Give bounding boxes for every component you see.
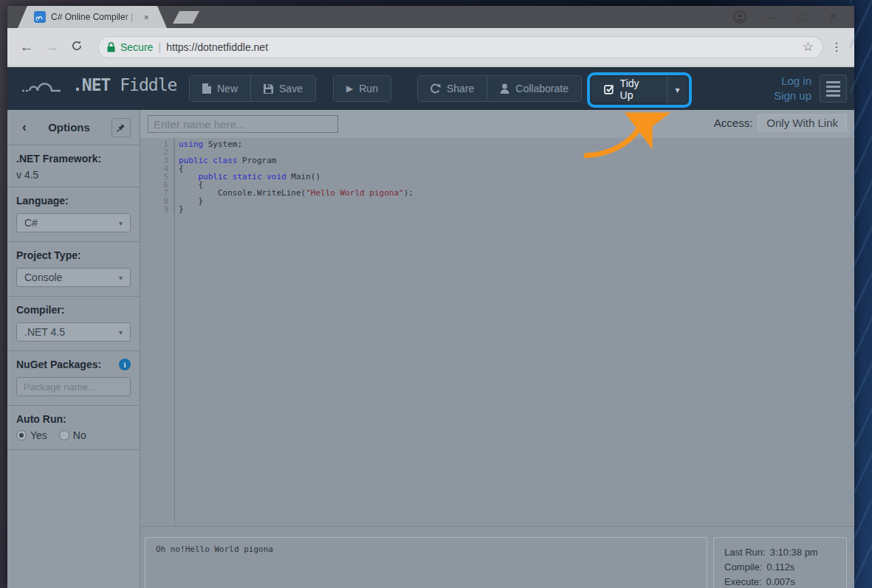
autorun-no-radio[interactable]: No [59, 429, 86, 441]
signup-link[interactable]: Sign up [774, 89, 811, 103]
tab-close-icon[interactable]: × [142, 12, 151, 23]
share-button[interactable]: Share [418, 76, 487, 101]
autorun-yes-radio[interactable]: Yes [16, 429, 47, 441]
stat-line: Execute:0.007s [724, 575, 846, 588]
language-section: Language: C# ▾ [7, 187, 140, 242]
pin-sidebar-button[interactable] [111, 118, 131, 137]
info-icon[interactable]: i [119, 359, 131, 370]
file-button-group: New Save [189, 75, 316, 102]
line-number: 1 [140, 140, 174, 148]
code-line[interactable]: 5 public static void Main() [140, 173, 854, 181]
chevron-down-icon: ▾ [675, 85, 679, 95]
code-editor[interactable]: 1using System;2 3public class Program4{5… [140, 138, 854, 527]
console-output[interactable]: Oh no!Hello World pigona [145, 537, 707, 588]
window-minimize-button[interactable]: ─ [755, 12, 786, 23]
options-sidebar: ‹ Options .NET Framework: v 4.5 Language… [7, 110, 140, 588]
line-number: 7 [140, 189, 174, 197]
tidy-up-highlight-ring: Tidy Up ▾ [587, 72, 692, 108]
tidy-up-button[interactable]: Tidy Up [591, 77, 667, 102]
new-button[interactable]: New [190, 76, 250, 101]
framework-section: .NET Framework: v 4.5 [7, 145, 140, 187]
options-title: Options [27, 121, 111, 134]
play-icon: ▶ [346, 83, 353, 94]
browser-menu-icon[interactable]: ⋮ [828, 40, 845, 54]
login-link[interactable]: Log in [774, 74, 811, 89]
address-bar[interactable]: Secure | https://dotnetfiddle.net ☆ [97, 36, 823, 58]
share-button-group: Share Collaborate [417, 75, 582, 102]
browser-tab[interactable]: C# Online Compiler | .NE × [18, 6, 167, 28]
workspace: Access: Only With Link 1using System;2 3… [140, 110, 854, 588]
save-icon [264, 84, 273, 94]
check-square-icon [604, 84, 614, 94]
language-label: Language: [16, 195, 131, 207]
dotnetfiddle-favicon [34, 11, 46, 23]
share-icon [430, 83, 441, 94]
code-line[interactable]: 3public class Program [140, 156, 854, 165]
run-button[interactable]: ▶ Run [334, 76, 391, 101]
chevron-down-icon: ▾ [119, 219, 123, 227]
pin-icon [116, 122, 126, 133]
gutter-divider [174, 138, 175, 526]
file-icon [202, 83, 211, 94]
language-select[interactable]: C# ▾ [16, 213, 131, 232]
person-icon [500, 83, 509, 94]
line-number: 8 [140, 197, 174, 205]
tab-title: C# Online Compiler | .NE [51, 12, 137, 22]
reload-button[interactable] [66, 39, 87, 55]
code-line[interactable]: 9} [140, 205, 854, 213]
site-logo[interactable]: .NET Fiddle [21, 75, 176, 94]
browser-tab-bar: C# Online Compiler | .NE × ─ □ × [7, 6, 854, 28]
autorun-section: Auto Run: Yes No [7, 406, 140, 450]
bookmark-star-icon[interactable]: ☆ [803, 39, 814, 55]
nuget-section: NuGet Packages: i [7, 351, 140, 406]
nuget-label: NuGet Packages: [16, 359, 101, 370]
code-line[interactable]: 8 } [140, 197, 854, 205]
browser-window: C# Online Compiler | .NE × ─ □ × ← [7, 6, 854, 588]
compiler-select[interactable]: .NET 4.5 ▾ [16, 322, 131, 342]
framework-label: .NET Framework: [16, 153, 131, 165]
padlock-icon [107, 42, 115, 52]
omnibox-divider: | [158, 41, 161, 53]
chevron-down-icon: ▾ [119, 274, 123, 282]
hamburger-icon [826, 81, 840, 83]
fiddle-name-row: Access: Only With Link [140, 110, 854, 138]
fiddle-name-input[interactable] [148, 115, 338, 133]
compiler-section: Compiler: .NET 4.5 ▾ [7, 297, 140, 351]
window-maximize-button[interactable]: □ [786, 12, 817, 23]
framework-value: v 4.5 [16, 169, 131, 181]
back-button[interactable]: ← [16, 39, 37, 55]
stats-lines: Last Run:3:10:38 pmCompile:0.112sExecute… [724, 545, 846, 588]
save-button[interactable]: Save [250, 76, 315, 101]
options-header: ‹ Options [7, 110, 140, 145]
results-row: Oh no!Hello World pigona Last Run:3:10:3… [140, 537, 854, 588]
auth-links: Log in Sign up [774, 74, 811, 103]
line-number: 5 [140, 173, 174, 181]
window-close-button[interactable]: × [817, 10, 848, 24]
menu-hamburger-button[interactable] [820, 75, 847, 103]
project-type-section: Project Type: Console ▾ [7, 242, 140, 297]
new-tab-button[interactable] [173, 11, 199, 24]
tidy-up-dropdown-button[interactable]: ▾ [667, 77, 687, 103]
code-line[interactable]: 7 Console.WriteLine("Hello World pigona"… [140, 189, 854, 197]
collapse-sidebar-icon[interactable]: ‹ [16, 120, 27, 135]
line-number: 4 [140, 165, 174, 173]
project-type-select[interactable]: Console ▾ [16, 268, 131, 287]
desktop-wallpaper: C# Online Compiler | .NE × ─ □ × ← [0, 0, 872, 588]
run-button-group: ▶ Run [333, 75, 391, 102]
project-type-label: Project Type: [16, 249, 131, 261]
stat-line: Compile:0.112s [724, 560, 846, 575]
secure-label[interactable]: Secure [120, 41, 153, 53]
access-value-box[interactable]: Only With Link [758, 114, 847, 131]
code-line[interactable]: 1using System; [140, 140, 854, 148]
access-label: Access: [714, 117, 753, 129]
collaborate-button[interactable]: Collaborate [487, 76, 581, 101]
forward-button: → [41, 39, 62, 55]
browser-toolbar: ← → Secure | https://dotnetfiddle.net ☆ … [7, 28, 854, 66]
nuget-package-input[interactable] [16, 377, 131, 396]
radio-unselected-icon [59, 430, 69, 440]
profile-avatar-icon[interactable] [724, 10, 755, 24]
url-text[interactable]: https://dotnetfiddle.net [166, 41, 797, 53]
stat-line: Last Run:3:10:38 pm [724, 545, 846, 560]
console-output-text: Oh no!Hello World pigona [156, 544, 273, 554]
radio-selected-icon [16, 430, 27, 440]
